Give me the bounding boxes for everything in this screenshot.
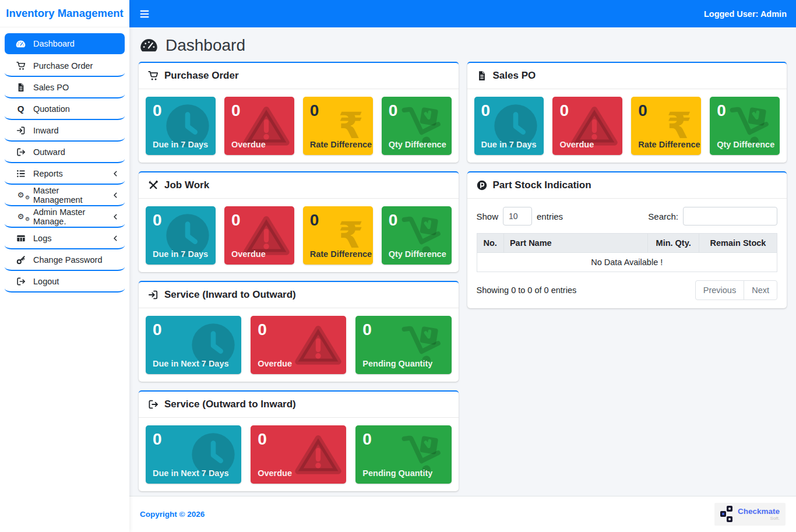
stat-value: 0: [224, 97, 294, 121]
sidebar-item-dashboard[interactable]: Dashboard: [5, 33, 125, 54]
stat-tile-overdue: 0 Overdue: [251, 316, 346, 374]
checkmate-logo-subtext: Soft.: [738, 516, 780, 521]
entries-label: entries: [537, 212, 563, 221]
copyright-text: Copyright © 2026: [140, 510, 205, 519]
hamburger-menu-icon[interactable]: [139, 8, 150, 20]
stat-label: Qty Difference: [389, 140, 446, 149]
page-title: Dashboard: [165, 36, 245, 55]
stat-value: 0: [552, 97, 622, 121]
stat-label: Rate Difference: [638, 140, 700, 149]
card-header: Service (Outward to Inward): [139, 392, 459, 418]
sidebar-item-quotation[interactable]: Q Quotation: [5, 98, 125, 120]
stat-label: Due in Next 7 Days: [153, 468, 229, 478]
stat-label: Rate Difference: [310, 140, 372, 149]
stat-tile-due-in-7-days: 0 Due in 7 Days: [146, 97, 216, 155]
stat-tile-qty-difference: 0 Qty Difference: [382, 206, 452, 265]
stat-label: Overdue: [231, 249, 266, 259]
sales-po-card: Sales PO 0 Due in 7 Days 0 Overdue: [467, 62, 787, 163]
stat-value: 0: [474, 97, 544, 121]
sidebar-item-inward[interactable]: Inward: [5, 120, 125, 142]
sidebar-item-sales-po[interactable]: Sales PO: [5, 77, 125, 98]
tachometer-icon: [15, 39, 27, 49]
sidebar-item-reports[interactable]: Reports: [5, 163, 125, 185]
tools-icon: [148, 180, 159, 191]
file-icon: [15, 83, 27, 92]
sidebar-item-master-management[interactable]: ⚙⚙ Master Management: [5, 185, 125, 206]
main-content: Dashboard Purchase Order 0 Due in 7 Days: [129, 27, 796, 532]
list-icon: [15, 169, 27, 178]
stat-tile-overdue: 0 Overdue: [224, 97, 294, 155]
search-input[interactable]: [683, 207, 777, 226]
sign-out-icon: [15, 147, 27, 157]
chevron-left-icon: [112, 170, 119, 177]
stat-label: Pending Quantity: [362, 468, 432, 478]
stat-tile-due-next-7-days: 0 Due in Next 7 Days: [146, 316, 241, 374]
sidebar-item-change-password[interactable]: Change Password: [5, 249, 125, 271]
table-controls: Show entries Search:: [477, 207, 778, 226]
stat-tile-due-in-7-days: 0 Due in 7 Days: [474, 97, 544, 155]
quotation-q-icon: Q: [15, 104, 27, 113]
sidebar-item-purchase-order[interactable]: Purchase Order: [5, 55, 125, 77]
stat-label: Overdue: [559, 140, 594, 149]
stat-label: Overdue: [258, 359, 292, 368]
stat-label: Due in 7 Days: [153, 249, 208, 259]
sidebar-item-label: Logout: [33, 277, 59, 286]
logged-user-label: Logged User: Admin: [704, 9, 787, 19]
sign-in-icon: [148, 290, 159, 300]
stat-tile-qty-difference: 0 Qty Difference: [710, 97, 780, 155]
stat-tile-qty-difference: 0 Qty Difference: [382, 97, 452, 155]
card-title: Job Work: [164, 179, 209, 191]
stat-value: 0: [355, 425, 451, 449]
service-inward-outward-card: Service (Inward to Outward) 0 Due in Nex…: [139, 281, 459, 382]
previous-page-button[interactable]: Previous: [695, 280, 744, 300]
entries-count-input[interactable]: [503, 207, 532, 226]
sidebar-item-label: Admin Master Manage.: [33, 207, 105, 226]
sign-out-icon: [148, 399, 159, 410]
brand-title: Inventory Management: [0, 0, 129, 27]
sign-in-icon: [15, 126, 27, 135]
card-title: Service (Inward to Outward): [164, 289, 296, 301]
stat-value: 0: [251, 425, 346, 449]
stat-value: 0: [303, 97, 373, 121]
sidebar-item-label: Purchase Order: [33, 61, 93, 71]
stat-label: Pending Quantity: [362, 359, 432, 368]
tachometer-icon: [140, 38, 158, 53]
sidebar-item-outward[interactable]: Outward: [5, 142, 125, 163]
sidebar-item-label: Inward: [33, 126, 59, 135]
pagination: Previous Next: [695, 280, 777, 300]
next-page-button[interactable]: Next: [744, 280, 777, 300]
stat-tile-due-next-7-days: 0 Due in Next 7 Days: [146, 425, 241, 484]
stat-value: 0: [146, 316, 241, 340]
table-footer: Showing 0 to 0 of 0 entries Previous Nex…: [477, 280, 778, 300]
stat-value: 0: [251, 316, 346, 340]
right-column: Sales PO 0 Due in 7 Days 0 Overdue: [467, 62, 787, 308]
card-header: Job Work: [139, 172, 459, 199]
table-empty-row: No Data Available !: [477, 253, 777, 272]
card-body: 0 Due in Next 7 Days 0 Overdue 0 Pending…: [139, 418, 459, 491]
stat-tile-overdue: 0 Overdue: [552, 97, 622, 155]
service-outward-inward-card: Service (Outward to Inward) 0 Due in Nex…: [139, 390, 459, 491]
sidebar-item-logs[interactable]: Logs: [5, 228, 125, 249]
card-header: Part Stock Indication: [467, 172, 787, 199]
stat-value: 0: [146, 425, 241, 449]
part-stock-indication-card: Part Stock Indication Show entries Searc…: [467, 171, 787, 308]
stat-tile-pending-quantity: 0 Pending Quantity: [355, 425, 451, 484]
cart-icon: [148, 71, 159, 81]
sidebar-item-logout[interactable]: Logout: [5, 271, 125, 293]
cogs-icon: ⚙⚙: [15, 213, 27, 220]
chevron-left-icon: [112, 235, 119, 242]
stat-tile-overdue: 0 Overdue: [224, 206, 294, 265]
sign-out-icon: [15, 277, 27, 286]
chevron-left-icon: [112, 192, 119, 199]
column-header-no: No.: [477, 234, 503, 253]
sidebar-item-label: Master Management: [33, 186, 105, 205]
sidebar-item-label: Reports: [33, 169, 63, 178]
card-body: 0 Due in 7 Days 0 Overdue 0 Rate Differe…: [139, 199, 459, 272]
file-icon: [477, 71, 487, 81]
sidebar-item-admin-master-manage[interactable]: ⚙⚙ Admin Master Manage.: [5, 206, 125, 228]
stat-tile-overdue: 0 Overdue: [251, 425, 346, 484]
page-header: Dashboard: [129, 27, 796, 62]
card-title: Sales PO: [493, 70, 536, 82]
cart-icon: [15, 61, 27, 71]
search-label: Search:: [648, 212, 678, 221]
